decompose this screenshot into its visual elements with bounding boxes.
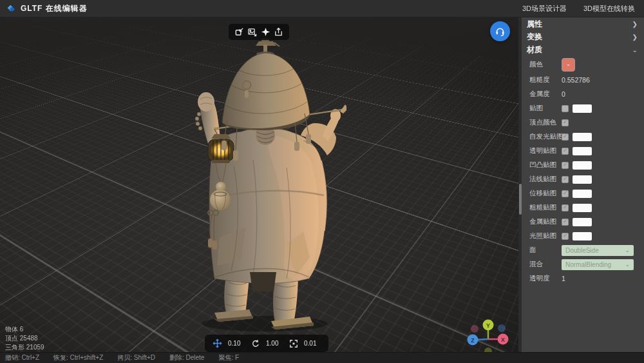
scale-icon[interactable] <box>289 338 298 348</box>
material-row-metalness-map: 金属贴图 <box>522 215 644 229</box>
support-button[interactable] <box>490 21 510 41</box>
axis-neg-z[interactable] <box>498 324 506 332</box>
material-row-side: 面 DoubleSide ⌄ <box>522 243 644 257</box>
material-row-roughness: 粗糙度 0.552786 <box>522 73 644 87</box>
move-icon[interactable] <box>213 338 222 348</box>
map-slot[interactable] <box>573 175 592 184</box>
export-upload-icon[interactable] <box>274 27 284 37</box>
chevron-right-icon: ❯ <box>632 34 638 41</box>
map-slot[interactable] <box>573 218 592 226</box>
workspace: 物体 6 顶点 25488 三角形 21059 0.10 <box>0 17 644 352</box>
shortcut-duplicate: 拷贝: Shift+D <box>117 353 155 362</box>
rotate-snap-value[interactable]: 1.00 <box>266 340 283 347</box>
section-transform[interactable]: 变换 ❯ <box>522 30 644 43</box>
color-swatch[interactable]: ⌄ <box>562 58 575 72</box>
vertex-color-checkbox[interactable] <box>562 119 569 126</box>
emissive-map-checkbox[interactable] <box>562 133 569 141</box>
map-slot[interactable] <box>573 190 592 198</box>
import-model-icon[interactable] <box>234 27 244 37</box>
axis-z-label: Z <box>471 337 475 344</box>
status-bar: 撤销: Ctrl+Z 恢复: Ctrl+shift+Z 拷贝: Shift+D … <box>0 352 644 363</box>
chevron-down-icon: ⌄ <box>566 61 571 67</box>
metalness-map-checkbox[interactable] <box>562 219 569 226</box>
link-model-converter[interactable]: 3D模型在线转换 <box>583 4 635 14</box>
viewport-3d[interactable]: 物体 6 顶点 25488 三角形 21059 0.10 <box>0 17 518 352</box>
metalness-value[interactable]: 0 <box>562 90 565 98</box>
material-row-light-map: 光照贴图 <box>522 229 644 243</box>
section-properties[interactable]: 属性 ❯ <box>522 17 644 30</box>
opacity-value[interactable]: 1 <box>562 275 565 282</box>
translate-snap-value[interactable]: 0.10 <box>228 340 245 347</box>
material-row-emissive-map: 自发光贴图 <box>522 130 644 144</box>
blending-select[interactable]: NormalBlending ⌄ <box>562 259 634 270</box>
viewport-toolbar <box>229 24 289 40</box>
chevron-down-icon: ⌄ <box>625 247 630 253</box>
brand: GLTF 在线编辑器 <box>0 3 88 14</box>
panel-scrollbar-thumb[interactable] <box>519 184 522 215</box>
export-image-icon[interactable] <box>247 27 258 37</box>
material-row-bump-map: 凹凸贴图 <box>522 158 644 172</box>
transform-toolbar: 0.10 1.00 0.01 <box>205 335 328 352</box>
shortcut-focus: 聚焦: F <box>218 353 239 362</box>
material-row-opacity: 透明度 1 <box>522 271 644 286</box>
material-row-roughness-map: 粗糙贴图 <box>522 201 644 215</box>
axis-gizmo[interactable]: Y X Z <box>464 318 513 352</box>
map-slot[interactable] <box>573 147 592 155</box>
top-bar: GLTF 在线编辑器 3D场景设计器 3D模型在线转换 <box>0 0 644 17</box>
scale-snap-value[interactable]: 0.01 <box>304 340 321 347</box>
axis-x-label: X <box>501 337 505 343</box>
axis-y-label: Y <box>486 322 490 329</box>
stat-vertices: 顶点 25488 <box>5 334 44 343</box>
bump-map-checkbox[interactable] <box>562 162 569 169</box>
stat-objects: 物体 6 <box>5 325 44 334</box>
chevron-down-icon: ⌄ <box>632 46 638 54</box>
map-slot[interactable] <box>573 161 592 170</box>
alpha-map-checkbox[interactable] <box>562 148 569 155</box>
section-material[interactable]: 材质 ⌄ <box>522 43 644 56</box>
material-row-displacement-map: 位移贴图 <box>522 186 644 201</box>
map-slot[interactable] <box>573 133 592 141</box>
shortcut-undo: 撤销: Ctrl+Z <box>5 353 39 362</box>
rotate-icon[interactable] <box>251 338 260 348</box>
material-row-blending: 混合 NormalBlending ⌄ <box>522 257 644 271</box>
light-map-checkbox[interactable] <box>562 233 569 240</box>
app-title: GLTF 在线编辑器 <box>21 3 88 14</box>
material-row-alpha-map: 透明贴图 <box>522 144 644 158</box>
headset-icon <box>495 26 506 37</box>
stat-triangles: 三角形 21059 <box>5 343 44 352</box>
properties-panel: 属性 ❯ 变换 ❯ 材质 ⌄ 颜色 ⌄ 粗糙度 0.552786 金属度 0 贴… <box>522 17 644 352</box>
roughness-map-checkbox[interactable] <box>562 204 569 211</box>
displacement-map-checkbox[interactable] <box>562 190 569 197</box>
link-scene-designer[interactable]: 3D场景设计器 <box>522 4 567 14</box>
map-checkbox[interactable] <box>562 105 569 112</box>
top-links: 3D场景设计器 3D模型在线转换 <box>522 4 644 14</box>
chevron-down-icon: ⌄ <box>625 261 630 268</box>
material-row-color: 颜色 ⌄ <box>522 56 644 73</box>
axis-neg-x[interactable] <box>471 325 478 333</box>
material-row-vertex-color: 顶点颜色 <box>522 115 644 130</box>
map-slot[interactable] <box>573 204 592 212</box>
chevron-right-icon: ❯ <box>632 21 638 28</box>
axis-neg-y[interactable] <box>484 348 492 352</box>
material-row-normal-map: 法线贴图 <box>522 172 644 186</box>
map-slot[interactable] <box>573 104 592 113</box>
light-sparkle-icon[interactable] <box>260 27 270 37</box>
side-select[interactable]: DoubleSide ⌄ <box>562 245 634 256</box>
shortcut-redo: 恢复: Ctrl+shift+Z <box>53 353 103 362</box>
material-row-map: 贴图 <box>522 101 644 115</box>
model-statue[interactable] <box>189 37 346 335</box>
scene-stats: 物体 6 顶点 25488 三角形 21059 <box>5 325 44 352</box>
app-logo-icon <box>6 4 16 14</box>
map-slot[interactable] <box>573 232 592 240</box>
shortcut-delete: 删除: Delete <box>169 353 204 362</box>
roughness-value[interactable]: 0.552786 <box>562 76 590 84</box>
material-row-metalness: 金属度 0 <box>522 87 644 101</box>
normal-map-checkbox[interactable] <box>562 176 569 183</box>
